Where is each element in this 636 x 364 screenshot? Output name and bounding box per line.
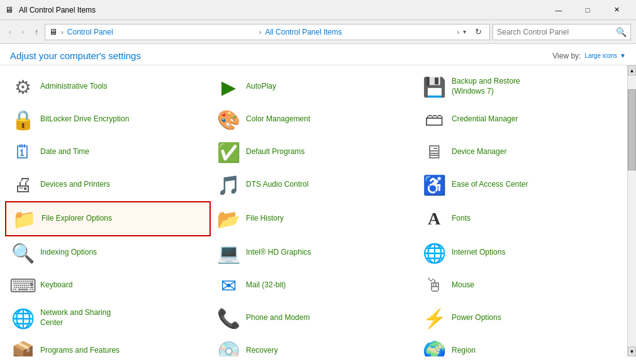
item-programs-features[interactable]: 📦Programs and Features — [5, 334, 211, 356]
programs-features-icon: 📦 — [11, 339, 34, 356]
keyboard-label: Keyboard — [40, 280, 72, 290]
breadcrumb-all-items[interactable]: All Control Panel Items — [265, 28, 453, 36]
item-file-explorer[interactable]: 📁File Explorer Options — [5, 201, 211, 236]
item-intel-hd[interactable]: 💻Intel® HD Graphics — [211, 236, 416, 269]
item-internet-options[interactable]: 🌐Internet Options — [416, 236, 622, 269]
item-credential-mgr[interactable]: 🗃Credential Manager — [416, 103, 622, 136]
breadcrumb-sep1: › — [61, 28, 64, 36]
power-options-icon: ⚡ — [423, 307, 445, 329]
item-backup-restore[interactable]: 💾Backup and Restore(Windows 7) — [416, 70, 622, 103]
phone-modem-label: Phone and Modem — [246, 313, 310, 323]
address-icon: 🖥 — [49, 27, 57, 36]
item-date-time[interactable]: 🗓Date and Time — [5, 136, 211, 168]
item-default-programs[interactable]: ✅Default Programs — [211, 136, 416, 168]
search-input[interactable] — [497, 28, 613, 36]
minimize-button[interactable]: — — [544, 0, 573, 20]
item-admin-tools[interactable]: ⚙Administrative Tools — [5, 70, 211, 103]
close-button[interactable]: ✕ — [602, 0, 631, 20]
region-label: Region — [452, 346, 476, 356]
view-by-control: View by: Large icons ▼ — [552, 52, 626, 60]
window-controls: — □ ✕ — [544, 0, 631, 20]
item-region[interactable]: 🌍Region — [416, 334, 622, 356]
adjust-title: Adjust your computer's settings — [10, 50, 141, 61]
mouse-label: Mouse — [452, 280, 474, 290]
window-icon: 🖥 — [5, 5, 15, 15]
network-sharing-label: Network and SharingCenter — [40, 308, 111, 328]
window-title: All Control Panel Items — [19, 6, 96, 14]
item-color-mgmt[interactable]: 🎨Color Management — [211, 103, 416, 136]
address-dropdown-arrow[interactable]: ▾ — [463, 28, 466, 35]
item-mouse[interactable]: 🖱Mouse — [416, 269, 622, 302]
fonts-label: Fonts — [452, 214, 471, 224]
color-mgmt-icon: 🎨 — [217, 108, 240, 131]
device-mgr-icon: 🖥 — [423, 141, 445, 163]
bitlocker-icon: 🔒 — [11, 108, 34, 131]
view-by-dropdown[interactable]: Large icons ▼ — [584, 52, 626, 59]
indexing-icon: 🔍 — [11, 241, 34, 264]
item-autoplay[interactable]: ▶AutoPlay — [211, 70, 416, 103]
item-device-mgr[interactable]: 🖥Device Manager — [416, 136, 622, 168]
item-fonts[interactable]: AFonts — [416, 201, 622, 236]
mail-label: Mail (32-bit) — [246, 280, 286, 290]
color-mgmt-label: Color Management — [246, 114, 310, 124]
programs-features-label: Programs and Features — [40, 346, 120, 356]
item-network-sharing[interactable]: 🌐Network and SharingCenter — [5, 302, 211, 334]
items-grid: ⚙Administrative Tools▶AutoPlay💾Backup an… — [5, 70, 622, 356]
scroll-thumb[interactable] — [628, 89, 636, 170]
intel-hd-label: Intel® HD Graphics — [246, 248, 311, 258]
autoplay-icon: ▶ — [217, 75, 240, 98]
admin-tools-icon: ⚙ — [11, 75, 34, 98]
file-explorer-icon: 📁 — [13, 207, 35, 230]
devices-printers-icon: 🖨 — [11, 174, 34, 196]
item-indexing[interactable]: 🔍Indexing Options — [5, 236, 211, 269]
mail-icon: ✉ — [217, 274, 240, 297]
item-devices-printers[interactable]: 🖨Devices and Printers — [5, 168, 211, 201]
scrollbar: ▲ ▼ — [627, 65, 636, 356]
maximize-button[interactable]: □ — [573, 0, 602, 20]
item-power-options[interactable]: ⚡Power Options — [416, 302, 622, 334]
recovery-icon: 💿 — [217, 339, 240, 356]
title-bar: 🖥 All Control Panel Items — □ ✕ — [0, 0, 636, 20]
default-programs-label: Default Programs — [246, 147, 304, 157]
main-content: ⚙Administrative Tools▶AutoPlay💾Backup an… — [0, 65, 636, 356]
forward-button[interactable]: › — [18, 25, 28, 39]
item-file-history[interactable]: 📂File History — [211, 201, 416, 236]
item-mail[interactable]: ✉Mail (32-bit) — [211, 269, 416, 302]
breadcrumb-control-panel[interactable]: Control Panel — [67, 28, 255, 36]
item-recovery[interactable]: 💿Recovery — [211, 334, 416, 356]
backup-restore-icon: 💾 — [423, 75, 445, 98]
scroll-down-button[interactable]: ▼ — [628, 346, 636, 356]
mouse-icon: 🖱 — [423, 274, 445, 297]
item-dts-audio[interactable]: 🎵DTS Audio Control — [211, 168, 416, 201]
scroll-track — [628, 75, 636, 346]
item-ease-access[interactable]: ♿Ease of Access Center — [416, 168, 622, 201]
view-by-value: Large icons — [584, 52, 617, 59]
back-button[interactable]: ‹ — [5, 25, 15, 39]
region-icon: 🌍 — [423, 339, 445, 356]
search-icon: 🔍 — [616, 27, 627, 37]
file-explorer-label: File Explorer Options — [42, 214, 112, 224]
item-bitlocker[interactable]: 🔒BitLocker Drive Encryption — [5, 103, 211, 136]
item-keyboard[interactable]: ⌨Keyboard — [5, 269, 211, 302]
default-programs-icon: ✅ — [217, 141, 240, 163]
view-by-label: View by: — [552, 52, 581, 60]
search-bar[interactable]: 🔍 — [493, 24, 631, 40]
scroll-up-button[interactable]: ▲ — [628, 65, 636, 75]
items-area: ⚙Administrative Tools▶AutoPlay💾Backup an… — [0, 65, 627, 356]
keyboard-icon: ⌨ — [11, 274, 34, 297]
up-button[interactable]: ↑ — [31, 25, 43, 39]
power-options-label: Power Options — [452, 313, 501, 323]
refresh-button[interactable]: ↻ — [471, 25, 486, 39]
internet-options-label: Internet Options — [452, 248, 505, 258]
file-history-icon: 📂 — [217, 207, 240, 230]
bitlocker-label: BitLocker Drive Encryption — [40, 114, 129, 124]
item-phone-modem[interactable]: 📞Phone and Modem — [211, 302, 416, 334]
date-time-label: Date and Time — [40, 147, 89, 157]
device-mgr-label: Device Manager — [452, 147, 506, 157]
devices-printers-label: Devices and Printers — [40, 180, 110, 190]
address-bar: 🖥 › Control Panel › All Control Panel It… — [45, 24, 490, 40]
file-history-label: File History — [246, 214, 284, 224]
network-sharing-icon: 🌐 — [11, 307, 34, 329]
dts-audio-icon: 🎵 — [217, 174, 240, 196]
content-header: Adjust your computer's settings View by:… — [0, 44, 636, 65]
